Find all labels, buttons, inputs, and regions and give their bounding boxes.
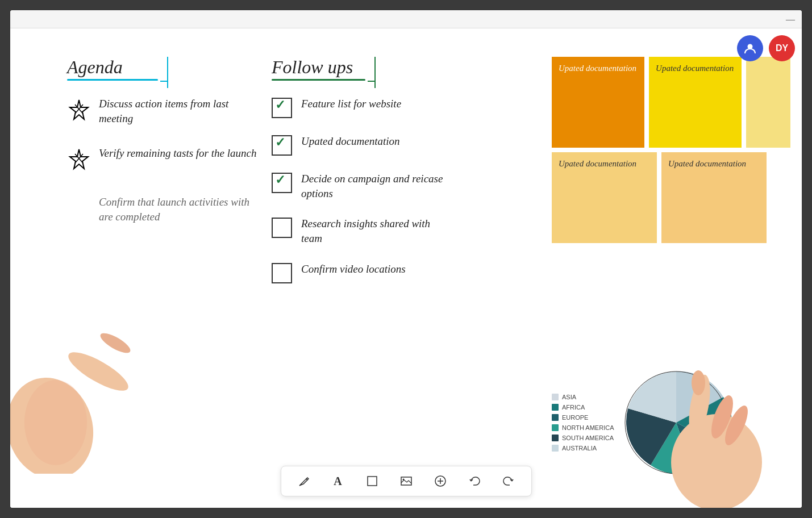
svg-point-7 (10, 368, 105, 474)
shape-icon (366, 475, 378, 487)
legend-dot-asia (552, 394, 559, 400)
redo-tool-button[interactable] (499, 472, 518, 490)
image-tool-button[interactable] (397, 472, 415, 490)
canvas-area: DY Agenda (10, 28, 802, 508)
checkbox-2[interactable] (272, 135, 292, 156)
agenda-section: Agenda Discuss action items (67, 57, 258, 245)
sticky-notes-area: Upated documentation Upated documentatio… (552, 57, 790, 248)
agenda-item-text-1: Discuss action items from last meeting (99, 97, 258, 126)
main-window: — DY Agenda (10, 10, 802, 508)
agenda-title: Agenda (67, 57, 123, 78)
legend-dot-europe (552, 414, 559, 421)
followup-text-3: Decide on campaign and reicase options (301, 172, 449, 200)
followups-section: Follow ups Feature list for website Upat… (272, 57, 449, 299)
pen-icon (298, 475, 310, 487)
avatar-area: DY (737, 35, 795, 61)
sticky-note-text-1: Upated documentation (559, 64, 636, 73)
sticky-row-1: Upated documentation Upated documentatio… (552, 57, 790, 148)
sticky-note-peach-2[interactable]: Upated documentation (661, 152, 767, 243)
undo-tool-button[interactable] (465, 472, 484, 490)
followup-item-4: Research insights shared with team (272, 216, 449, 245)
text-icon: A (334, 475, 342, 488)
legend-dot-africa (552, 404, 559, 411)
user2-avatar[interactable]: DY (769, 35, 795, 61)
followup-text-5: Confirm video locations (301, 262, 406, 277)
agenda-item-text-3: Confirm that launch activities with are … (99, 195, 258, 224)
minimize-icon[interactable]: — (786, 14, 795, 24)
image-icon (400, 475, 413, 487)
legend-item-australia: AUSTRALIA (552, 445, 614, 452)
legend-dot-north-america (552, 424, 559, 431)
legend-label-africa: AFRICA (562, 404, 585, 411)
title-bar: — (10, 10, 802, 28)
undo-icon (468, 475, 481, 487)
star-icon-2 (67, 147, 91, 174)
followups-title: Follow ups (272, 57, 353, 78)
legend-item-europe: EUROPE (552, 414, 614, 421)
legend-item-africa: AFRICA (552, 404, 614, 411)
checkbox-4[interactable] (272, 218, 292, 238)
agenda-item-text-2: Verify remaining tasts for the launch (99, 146, 256, 161)
sticky-note-peach-1[interactable]: Upated documentation (552, 152, 657, 243)
legend-item-south-america: SOUTH AMERICA (552, 435, 614, 441)
legend-label-north-america: NORTH AMERICA (562, 424, 614, 431)
legend-dot-australia (552, 445, 559, 452)
agenda-item: Discuss action items from last meeting (67, 97, 258, 126)
add-icon (434, 475, 447, 487)
followup-item-3: Decide on campaign and reicase options (272, 172, 449, 200)
toolbar: A (281, 466, 532, 496)
pie-chart (619, 366, 733, 479)
sticky-note-text-2: Upated documentation (656, 64, 734, 73)
agenda-item-3: Confirm that launch activities with are … (67, 195, 258, 224)
legend-item-north-america: NORTH AMERICA (552, 424, 614, 431)
followup-text-4: Research insights shared with team (301, 216, 449, 245)
hand-left-svg (10, 269, 135, 474)
agenda-items-list: Discuss action items from last meeting V… (67, 97, 258, 224)
svg-rect-16 (368, 477, 377, 486)
legend-label-south-america: SOUTH AMERICA (562, 435, 614, 441)
sticky-note-text-4: Upated documentation (668, 159, 746, 168)
svg-point-9 (98, 329, 133, 356)
checkbox-3[interactable] (272, 173, 292, 193)
legend-label-asia: ASIA (562, 394, 576, 400)
legend-item-asia: ASIA (552, 394, 614, 400)
followup-text-2: Upated documentation (301, 134, 400, 149)
shape-tool-button[interactable] (363, 472, 381, 490)
followup-item-2: Upated documentation (272, 134, 449, 156)
sticky-note-text-3: Upated documentation (559, 159, 636, 168)
svg-point-8 (64, 345, 133, 397)
agenda-item-2: Verify remaining tasts for the launch (67, 146, 258, 174)
legend-label-europe: EUROPE (562, 414, 588, 421)
sticky-note-yellow[interactable]: Upated documentation (649, 57, 742, 148)
checkbox-1[interactable] (272, 98, 292, 118)
star-icon-1 (67, 98, 91, 125)
hand-left (10, 269, 135, 474)
sticky-note-orange[interactable]: Upated documentation (552, 57, 644, 148)
chart-area: ASIA AFRICA EUROPE NORTH AMERICA SOUTH A… (552, 360, 790, 485)
user1-avatar[interactable] (737, 35, 763, 61)
followup-item-5: Confirm video locations (272, 262, 449, 283)
text-tool-button[interactable]: A (329, 472, 347, 490)
sticky-row-2: Upated documentation Upated documentatio… (552, 152, 790, 243)
checkbox-5[interactable] (272, 263, 292, 283)
add-tool-button[interactable] (431, 472, 449, 490)
svg-point-10 (24, 380, 87, 465)
chart-legend: ASIA AFRICA EUROPE NORTH AMERICA SOUTH A… (552, 394, 614, 452)
legend-dot-south-america (552, 435, 559, 441)
pie-chart-svg (619, 366, 733, 479)
followup-text-1: Feature list for website (301, 97, 401, 111)
pen-tool-button[interactable] (295, 472, 313, 490)
svg-point-18 (402, 479, 404, 481)
followup-items-list: Feature list for website Upated document… (272, 97, 449, 283)
sticky-note-partial (746, 57, 790, 148)
legend-label-australia: AUSTRALIA (562, 445, 597, 452)
followup-item-1: Feature list for website (272, 97, 449, 118)
redo-icon (502, 475, 515, 487)
